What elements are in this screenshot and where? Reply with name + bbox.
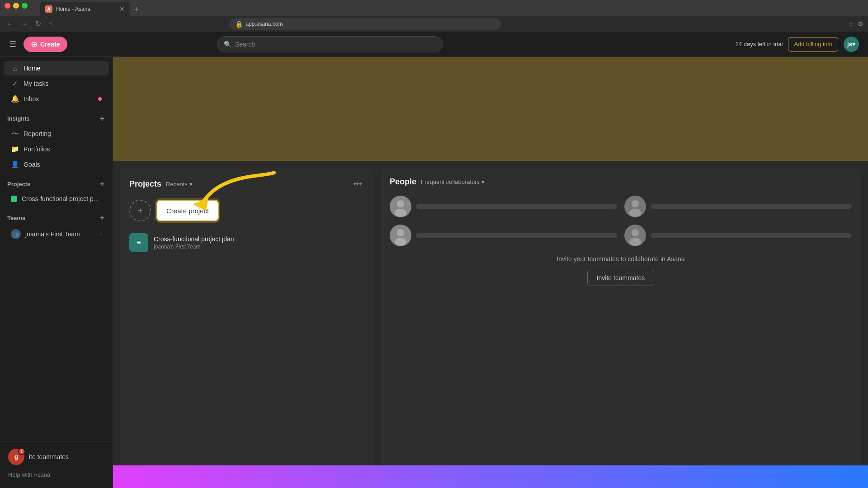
teams-section-header: Teams + xyxy=(0,206,113,225)
projects-section-header: Projects + xyxy=(0,172,113,192)
team-chevron-icon: › xyxy=(100,231,102,237)
svg-point-6 xyxy=(629,209,641,217)
back-btn[interactable]: ← xyxy=(5,18,15,30)
svg-point-12 xyxy=(629,238,641,246)
create-project-area: + Create project xyxy=(129,200,364,221)
person-avatar-4 xyxy=(624,225,646,246)
project-icon: ≡ xyxy=(129,233,148,252)
person-name-bar-3 xyxy=(416,233,617,238)
traffic-light-red[interactable] xyxy=(5,3,10,9)
main-content: Projects Recents ▾ ••• + Create xyxy=(113,57,868,488)
user-avatar-small: g 1 xyxy=(8,449,24,465)
person-item-2 xyxy=(624,196,852,217)
header-right: 24 days left in trial Add billing info j… xyxy=(736,37,859,52)
tab-close-btn[interactable]: ✕ xyxy=(119,5,125,13)
sidebar-item-cross-project[interactable]: Cross-functional project p... xyxy=(4,192,109,206)
sidebar-item-reporting[interactable]: 〜 Reporting xyxy=(4,127,109,141)
team-item-first-team[interactable]: 👥 joanna's First Team › xyxy=(4,226,109,242)
person-item-4 xyxy=(624,225,852,246)
projects-add-btn[interactable]: + xyxy=(99,178,105,190)
trial-text: 24 days left in trial xyxy=(736,41,783,47)
banner-overlay xyxy=(113,57,868,161)
browser-tab-active[interactable]: A Home - Asana ✕ xyxy=(40,2,130,16)
traffic-light-yellow[interactable] xyxy=(13,3,19,9)
person-item-3 xyxy=(390,225,617,246)
project-name: Cross-functional project plan xyxy=(154,235,364,243)
people-invite-text: Invite your teammates to collaborate in … xyxy=(390,255,852,263)
person-avatar-1 xyxy=(390,196,411,217)
sidebar-item-inbox[interactable]: 🔔 Inbox xyxy=(4,92,109,106)
search-bar[interactable]: 🔍 Search xyxy=(217,36,443,52)
svg-point-9 xyxy=(395,238,406,246)
person-name-bar-4 xyxy=(651,233,852,238)
sidebar-item-my-tasks[interactable]: ✓ My tasks xyxy=(4,76,109,91)
forward-btn[interactable]: → xyxy=(19,18,30,30)
create-button[interactable]: ⊕ Create xyxy=(24,37,67,52)
teams-add-btn[interactable]: + xyxy=(99,212,105,224)
content-area: Projects Recents ▾ ••• + Create xyxy=(113,161,868,488)
help-item[interactable]: Help with Asana xyxy=(4,469,109,481)
bookmark-icon[interactable]: ☆ xyxy=(848,20,854,28)
sidebar-item-portfolios[interactable]: 📁 Portfolios xyxy=(4,142,109,156)
svg-point-3 xyxy=(395,209,406,217)
projects-filter-btn[interactable]: Recents ▾ xyxy=(166,181,193,188)
refresh-btn[interactable]: ↻ xyxy=(33,18,43,30)
people-filter-btn[interactable]: Frequent collaborators ▾ xyxy=(421,178,485,185)
nav-right-controls: ☆ ⚙ xyxy=(848,20,863,28)
extensions-icon[interactable]: ⚙ xyxy=(858,20,863,28)
projects-card: Projects Recents ▾ ••• + Create xyxy=(120,168,373,481)
traffic-light-green[interactable] xyxy=(22,3,28,9)
svg-point-5 xyxy=(632,200,639,207)
goals-icon: 👤 xyxy=(11,160,19,169)
search-icon: 🔍 xyxy=(224,41,231,48)
home-btn[interactable]: ⌂ xyxy=(47,18,55,30)
notification-badge: 1 xyxy=(18,448,25,455)
create-project-btn[interactable]: Create project xyxy=(156,200,219,221)
svg-point-8 xyxy=(397,229,404,236)
check-circle-icon: ✓ xyxy=(11,80,19,88)
person-item-1 xyxy=(390,196,617,217)
projects-more-btn[interactable]: ••• xyxy=(351,177,364,191)
add-project-circle[interactable]: + xyxy=(129,200,151,221)
people-card-title: People xyxy=(390,177,416,187)
app-header: ☰ ⊕ Create 🔍 Search 24 days left in tria… xyxy=(0,32,868,57)
inbox-badge xyxy=(98,97,102,101)
person-name-bar-2 xyxy=(651,204,852,209)
app-container: ☰ ⊕ Create 🔍 Search 24 days left in tria… xyxy=(0,32,868,488)
project-team: joanna's First Team xyxy=(154,244,364,250)
projects-card-header: Projects Recents ▾ ••• xyxy=(129,177,364,191)
invite-teammates-btn-sidebar[interactable]: g 1 ite teammates xyxy=(4,445,109,469)
tab-favicon: A xyxy=(45,5,52,13)
home-icon: ⌂ xyxy=(11,64,19,72)
sidebar-footer: g 1 ite teammates Help with Asana xyxy=(0,441,113,484)
project-list-item[interactable]: ≡ Cross-functional project plan joanna's… xyxy=(129,229,364,257)
invite-teammates-btn[interactable]: Invite teammates xyxy=(587,270,655,286)
reporting-icon: 〜 xyxy=(11,130,19,138)
url-text: app.asana.com xyxy=(245,21,283,27)
team-icon: 👥 xyxy=(11,229,21,239)
add-billing-btn[interactable]: Add billing info xyxy=(788,37,838,52)
project-info: Cross-functional project plan joanna's F… xyxy=(154,235,364,250)
people-grid xyxy=(390,196,852,246)
person-name-bar-1 xyxy=(416,204,617,209)
bell-icon: 🔔 xyxy=(11,95,19,103)
svg-point-11 xyxy=(632,229,639,236)
sidebar-item-home[interactable]: ⌂ Home xyxy=(4,61,109,75)
new-tab-btn[interactable]: + xyxy=(130,3,143,16)
svg-point-2 xyxy=(397,200,404,207)
tab-title: Home - Asana xyxy=(56,6,90,12)
user-avatar-btn[interactable]: js ▾ xyxy=(844,37,859,52)
projects-card-title: Projects xyxy=(129,179,161,189)
insights-section-header: Insights + xyxy=(0,107,113,126)
address-bar[interactable]: 🔒 app.asana.com xyxy=(230,18,501,30)
people-card: People Frequent collaborators ▾ xyxy=(381,168,861,481)
people-card-header: People Frequent collaborators ▾ xyxy=(390,177,852,187)
banner-area xyxy=(113,57,868,161)
add-circle-icon: + xyxy=(137,206,143,216)
insights-add-btn[interactable]: + xyxy=(99,113,105,124)
sidebar-item-goals[interactable]: 👤 Goals xyxy=(4,157,109,172)
hamburger-menu[interactable]: ☰ xyxy=(9,39,16,49)
sidebar: ⌂ Home ✓ My tasks 🔔 Inbox Insights + 〜 R… xyxy=(0,57,113,488)
search-placeholder-text: Search xyxy=(235,41,255,48)
project-color-dot xyxy=(11,196,17,202)
